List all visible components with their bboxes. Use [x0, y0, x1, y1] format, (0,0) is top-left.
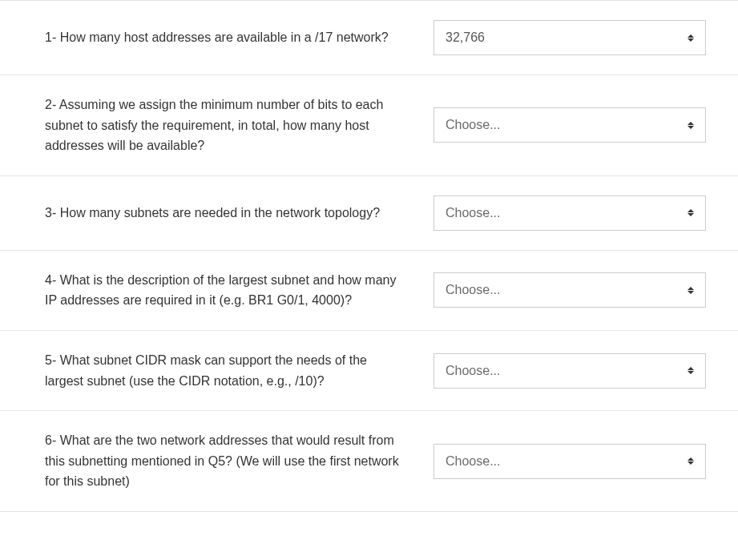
select-value-4: Choose... — [446, 280, 500, 300]
select-value-3: Choose... — [446, 203, 500, 223]
answer-select-1[interactable]: 32,766 — [434, 20, 706, 55]
question-row-2: 2- Assuming we assign the minimum number… — [0, 75, 738, 176]
question-row-6: 6- What are the two network addresses th… — [0, 411, 738, 512]
question-text-2: 2- Assuming we assign the minimum number… — [45, 95, 409, 156]
question-row-5: 5- What subnet CIDR mask can support the… — [0, 331, 738, 411]
chevron-updown-icon — [686, 456, 696, 467]
select-box-2[interactable]: Choose... — [434, 107, 706, 143]
question-text-1: 1- How many host addresses are available… — [45, 27, 409, 48]
select-box-3[interactable]: Choose... — [434, 195, 706, 231]
select-box-5[interactable]: Choose... — [434, 353, 706, 389]
question-text-3: 3- How many subnets are needed in the ne… — [45, 203, 409, 224]
answer-select-6[interactable]: Choose... — [434, 444, 706, 479]
chevron-updown-icon — [686, 119, 696, 131]
answer-select-3[interactable]: Choose... — [434, 195, 706, 231]
question-text-4: 4- What is the description of the larges… — [45, 270, 409, 311]
select-value-5: Choose... — [446, 361, 500, 381]
select-box-1[interactable]: 32,766 — [434, 20, 706, 55]
question-row-1: 1- How many host addresses are available… — [0, 1, 738, 75]
question-row-3: 3- How many subnets are needed in the ne… — [0, 176, 738, 251]
chevron-updown-icon — [686, 207, 696, 219]
questions-list: 1- How many host addresses are available… — [0, 0, 738, 512]
chevron-updown-icon — [686, 365, 696, 377]
select-box-4[interactable]: Choose... — [434, 272, 706, 308]
question-row-4: 4- What is the description of the larges… — [0, 251, 738, 331]
answer-select-2[interactable]: Choose... — [434, 107, 706, 143]
select-box-6[interactable]: Choose... — [434, 444, 706, 479]
select-value-2: Choose... — [446, 115, 500, 135]
answer-select-5[interactable]: Choose... — [434, 353, 706, 389]
select-value-1: 32,766 — [446, 28, 485, 47]
question-text-5: 5- What subnet CIDR mask can support the… — [45, 350, 409, 391]
chevron-updown-icon — [686, 284, 696, 296]
question-text-6: 6- What are the two network addresses th… — [45, 430, 409, 492]
answer-select-4[interactable]: Choose... — [434, 272, 706, 308]
chevron-updown-icon — [686, 32, 696, 43]
select-value-6: Choose... — [446, 452, 500, 471]
